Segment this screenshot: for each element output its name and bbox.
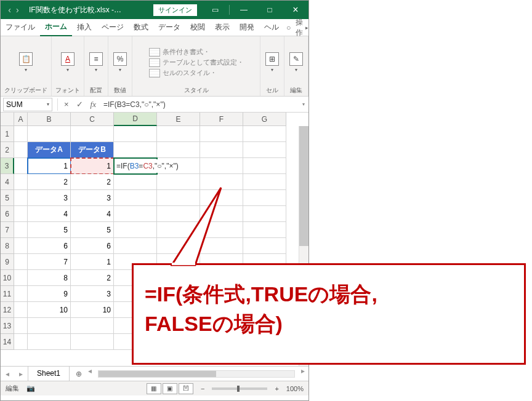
cell-G2[interactable] (243, 142, 286, 158)
sheet-tab-1[interactable]: Sheet1 (28, 367, 70, 381)
cell-A7[interactable] (14, 222, 28, 238)
vertical-scroll-thumb[interactable] (299, 126, 308, 246)
cell-C8[interactable]: 6 (71, 238, 114, 254)
tab-home[interactable]: ホーム (40, 19, 72, 36)
cell-D4[interactable] (114, 174, 157, 190)
horizontal-scrollbar[interactable] (98, 370, 295, 378)
macro-record-icon[interactable]: 📷 (26, 384, 35, 392)
expand-formula-bar-icon[interactable]: ▾ (299, 101, 308, 107)
cell-D3[interactable]: =IF(B3=C3,"○","×") (114, 158, 157, 174)
cell-C6[interactable]: 4 (71, 206, 114, 222)
minimize-button[interactable]: — (231, 1, 257, 19)
cell-C9[interactable]: 1 (71, 254, 114, 270)
cell-C10[interactable]: 2 (71, 270, 114, 286)
maximize-button[interactable]: □ (257, 1, 283, 19)
tab-review[interactable]: 校閲 (185, 19, 210, 36)
row-header-4[interactable]: 4 (1, 174, 14, 190)
cell-A2[interactable] (14, 142, 28, 158)
number-button[interactable]: % ▾ (112, 51, 128, 74)
row-header-3[interactable]: 3 (1, 158, 14, 174)
tab-dev[interactable]: 開発 (235, 19, 259, 36)
row-header-5[interactable]: 5 (1, 190, 14, 206)
row-header-12[interactable]: 12 (1, 302, 14, 318)
horizontal-scroll-thumb[interactable] (99, 371, 216, 377)
col-header-B[interactable]: B (28, 113, 71, 126)
cell-A9[interactable] (14, 254, 28, 270)
cell-G5[interactable] (243, 190, 286, 206)
cell-E5[interactable] (157, 190, 200, 206)
cell-F1[interactable] (200, 126, 243, 142)
cell-D2[interactable] (114, 142, 157, 158)
cell-B2[interactable]: データA (28, 142, 71, 158)
cell-E2[interactable] (157, 142, 200, 158)
row-header-2[interactable]: 2 (1, 142, 14, 158)
cell-C3[interactable]: 1 (71, 158, 114, 174)
cell-B10[interactable]: 8 (28, 270, 71, 286)
cell-A10[interactable] (14, 270, 28, 286)
cell-E8[interactable] (157, 238, 200, 254)
cell-C13[interactable] (71, 318, 114, 334)
hscroll-right-icon[interactable]: ▸ (301, 367, 305, 381)
tell-me-label[interactable]: 操作 (293, 17, 305, 38)
name-box[interactable]: SUM ▾ (3, 98, 52, 111)
cell-styles-button[interactable]: セルのスタイル・ (149, 68, 217, 77)
view-pagelayout-button[interactable]: ▣ (163, 383, 177, 394)
cell-D7[interactable] (114, 222, 157, 238)
col-header-A[interactable]: A (14, 113, 28, 126)
tab-insert[interactable]: 挿入 (72, 19, 97, 36)
name-box-dropdown-icon[interactable]: ▾ (47, 101, 49, 107)
col-header-E[interactable]: E (157, 113, 200, 126)
cell-B7[interactable]: 5 (28, 222, 71, 238)
cell-G4[interactable] (243, 174, 286, 190)
cell-B1[interactable] (28, 126, 71, 142)
cell-C4[interactable]: 2 (71, 174, 114, 190)
tell-me-icon[interactable]: ○ (284, 23, 293, 32)
titlebar-next-icon[interactable]: › (15, 5, 20, 15)
cell-C5[interactable]: 3 (71, 190, 114, 206)
cell-F8[interactable] (200, 238, 243, 254)
tab-help[interactable]: ヘル (259, 19, 284, 36)
cell-B9[interactable]: 7 (28, 254, 71, 270)
row-header-13[interactable]: 13 (1, 318, 14, 334)
cell-D5[interactable] (114, 190, 157, 206)
zoom-slider[interactable] (212, 387, 267, 390)
cell-A1[interactable] (14, 126, 28, 142)
zoom-level[interactable]: 100% (286, 385, 304, 392)
cell-B13[interactable] (28, 318, 71, 334)
edit-button[interactable]: ✎ ▾ (288, 51, 304, 74)
insert-function-button[interactable]: fx (87, 100, 100, 109)
cell-G3[interactable] (243, 158, 286, 174)
col-header-G[interactable]: G (243, 113, 286, 126)
cell-E4[interactable] (157, 174, 200, 190)
cells-button[interactable]: ⊞ ▾ (264, 51, 280, 74)
row-header-1[interactable]: 1 (1, 126, 14, 142)
cell-G8[interactable] (243, 238, 286, 254)
cell-A12[interactable] (14, 302, 28, 318)
cell-F7[interactable] (200, 222, 243, 238)
col-header-F[interactable]: F (200, 113, 243, 126)
cell-A8[interactable] (14, 238, 28, 254)
row-header-14[interactable]: 14 (1, 334, 14, 350)
cell-B4[interactable]: 2 (28, 174, 71, 190)
hscroll-left-icon[interactable]: ◂ (88, 367, 92, 381)
tab-formula[interactable]: 数式 (129, 19, 153, 36)
formula-input[interactable]: =IF(B3=C3,"○","×") (100, 98, 299, 111)
cell-C7[interactable]: 5 (71, 222, 114, 238)
align-button[interactable]: ≡ ▾ (88, 51, 104, 74)
view-normal-button[interactable]: ▦ (147, 383, 161, 394)
cell-C11[interactable]: 3 (71, 286, 114, 302)
cell-C1[interactable] (71, 126, 114, 142)
font-button[interactable]: A ▾ (60, 51, 76, 74)
cell-E1[interactable] (157, 126, 200, 142)
zoom-out-button[interactable]: − (201, 385, 204, 392)
cell-B11[interactable]: 9 (28, 286, 71, 302)
cell-E7[interactable] (157, 222, 200, 238)
row-header-11[interactable]: 11 (1, 286, 14, 302)
enter-formula-button[interactable]: ✓ (73, 100, 87, 109)
cell-B6[interactable]: 4 (28, 206, 71, 222)
cell-B12[interactable]: 10 (28, 302, 71, 318)
ribbon-display-icon[interactable]: ▭ (202, 1, 228, 19)
cell-E6[interactable] (157, 206, 200, 222)
cell-F5[interactable] (200, 190, 243, 206)
cell-A13[interactable] (14, 318, 28, 334)
